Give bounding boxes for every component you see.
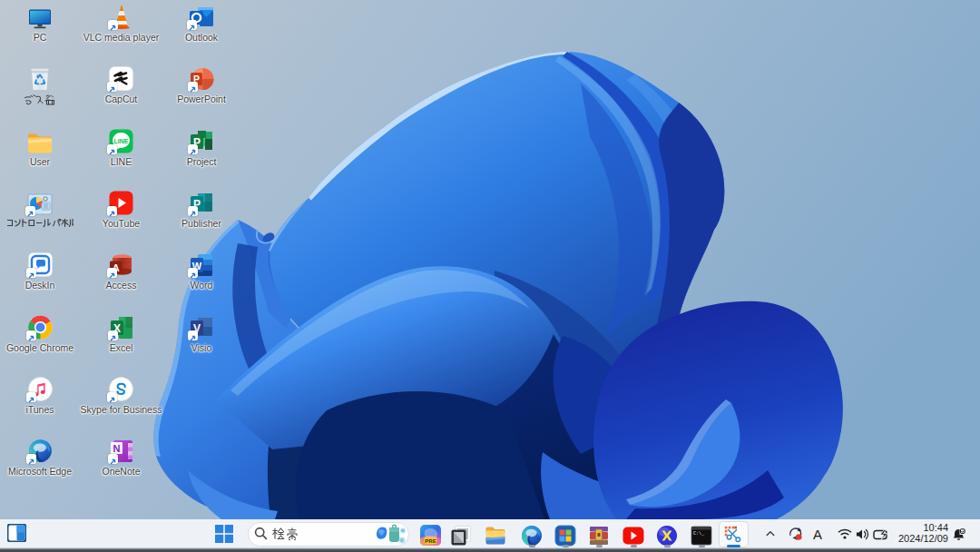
- svg-text:C:\_: C:\_: [693, 531, 705, 537]
- svg-text:LINE: LINE: [114, 137, 129, 143]
- svg-text:N: N: [113, 443, 120, 454]
- svg-text:PRE: PRE: [425, 538, 436, 544]
